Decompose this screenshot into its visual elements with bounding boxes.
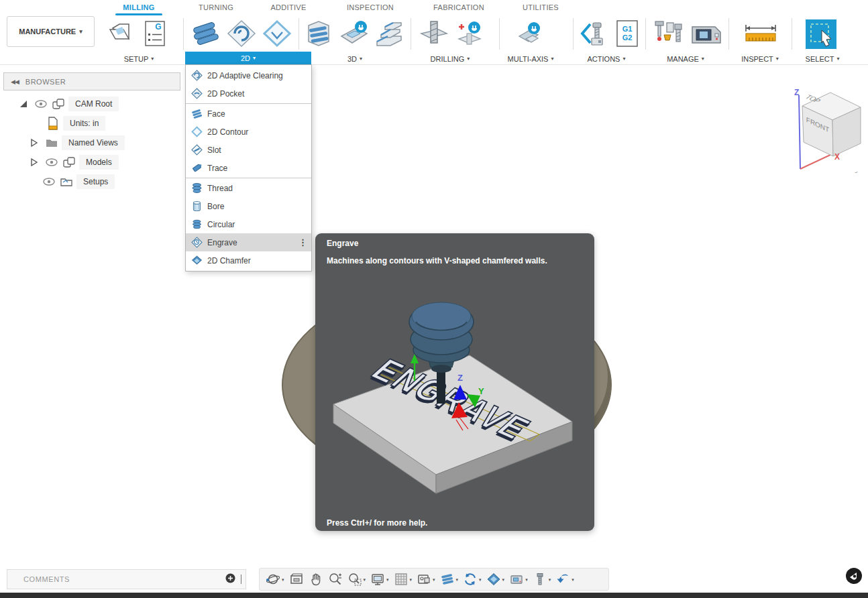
group-label-actions[interactable]: ACTIONS▾ — [570, 54, 643, 64]
comments-bar[interactable]: COMMENTS — [7, 569, 246, 589]
generate-gcode-button[interactable]: G — [141, 19, 168, 51]
group-label-multiaxis[interactable]: MULTI-AXIS▾ — [488, 54, 573, 64]
group-label-drilling[interactable]: DRILLING▾ — [413, 54, 488, 64]
pan-hand-icon — [309, 572, 323, 587]
expand-triangle-icon[interactable] — [16, 99, 31, 109]
machine-display-button[interactable]: ▾ — [507, 571, 530, 588]
2d-pocket-button[interactable] — [226, 19, 257, 51]
tab-fabrication[interactable]: FABRICATION — [423, 3, 495, 11]
menu-item-trace[interactable]: Trace — [186, 159, 311, 177]
add-comment-button[interactable] — [225, 573, 235, 586]
machine-library-button[interactable] — [688, 19, 723, 51]
text-cursor — [241, 575, 241, 584]
collapse-panel-icon[interactable]: ◀◀ — [11, 78, 19, 85]
post-process-button[interactable] — [578, 19, 609, 51]
stock-diamond-icon — [486, 572, 501, 587]
3d-pocket-icon — [303, 19, 334, 48]
navigation-toolbar: ▾ ▾ ▾ ▾ ▾ ▾ — [259, 568, 609, 591]
tool-display-button[interactable]: ▾ — [531, 571, 553, 588]
collapsed-triangle-icon[interactable] — [27, 138, 42, 147]
2d-contour-button[interactable] — [262, 19, 292, 51]
kebab-menu-icon[interactable]: ⋮ — [299, 237, 307, 247]
assistant-button[interactable] — [845, 567, 863, 587]
menu-item-engrave[interactable]: Engrave ⋮ — [186, 233, 311, 251]
tree-row-setups[interactable]: Setups — [42, 172, 115, 191]
look-at-button[interactable] — [287, 571, 306, 588]
svg-text:G2: G2 — [622, 34, 633, 42]
3d-flat-button[interactable] — [373, 19, 404, 51]
stock-display-button[interactable]: ▾ — [484, 571, 507, 588]
grid-layout-button[interactable]: ▾ — [392, 571, 415, 588]
menu-item-slot[interactable]: Slot — [186, 141, 311, 159]
chevron-down-icon: ▾ — [151, 56, 154, 62]
tool-library-button[interactable] — [652, 19, 684, 51]
toolpath-layers-button[interactable]: ▾ — [438, 571, 461, 588]
visibility-eye-icon[interactable] — [44, 158, 59, 166]
menu-item-face[interactable]: Face — [186, 105, 311, 123]
menu-item-2d-chamfer[interactable]: 2D Chamfer — [186, 251, 311, 270]
menu-item-thread[interactable]: Thread — [186, 179, 311, 197]
tree-label[interactable]: Models — [79, 155, 119, 170]
menu-item-bore[interactable]: Bore — [186, 197, 311, 215]
group-label-setup[interactable]: SETUP▾ — [101, 54, 177, 64]
visibility-eye-icon[interactable] — [42, 178, 56, 186]
g1g2-editor-button[interactable]: G1 G2 — [614, 19, 640, 51]
zoom-button[interactable] — [326, 571, 345, 588]
collapsed-triangle-icon[interactable] — [27, 158, 42, 167]
g1g2-icon: G1 G2 — [614, 19, 640, 48]
pan-button[interactable] — [307, 571, 325, 588]
tab-turning[interactable]: TURNING — [184, 3, 248, 11]
drill-multi-button[interactable] — [453, 19, 484, 51]
tree-label[interactable]: Named Views — [62, 135, 125, 150]
tree-label[interactable]: Units: in — [63, 116, 105, 131]
new-setup-button[interactable] — [106, 19, 135, 51]
chevron-down-icon: ▾ — [360, 56, 362, 62]
group-label-3d[interactable]: 3D▾ — [302, 54, 408, 64]
zoom-window-button[interactable]: ▾ — [345, 571, 368, 588]
tab-utilities[interactable]: UTILITIES — [511, 3, 570, 11]
viewcube[interactable]: TOP FRONT RIGHT Z X — [778, 72, 868, 176]
tab-inspection[interactable]: INSPECTION — [335, 3, 405, 11]
tab-milling[interactable]: MILLING — [107, 3, 170, 11]
measure-button[interactable] — [742, 21, 779, 50]
tree-row-named-views[interactable]: Named Views — [27, 133, 125, 152]
svg-text:G1: G1 — [622, 25, 633, 33]
tree-row-models[interactable]: Models — [27, 153, 119, 172]
group-label-2d-open[interactable]: 2D▾ — [185, 52, 311, 64]
units-document-icon — [46, 117, 60, 130]
group-label-manage[interactable]: MANAGE▾ — [645, 54, 726, 64]
select-button[interactable] — [804, 19, 838, 52]
viewports-button[interactable]: ▾ — [415, 571, 437, 588]
3d-pocket-clearing-button[interactable] — [303, 19, 334, 51]
tree-row-cam-root[interactable]: CAM Root — [16, 95, 119, 113]
2d-dropdown-menu: 2D Adaptive Clearing 2D Pocket Face 2D C… — [185, 64, 312, 272]
workspace-switcher-button[interactable]: MANUFACTURE ▾ — [7, 16, 95, 47]
menu-item-2d-pocket[interactable]: 2D Pocket — [186, 84, 311, 103]
group-label-select[interactable]: SELECT▾ — [792, 54, 853, 64]
tree-label[interactable]: CAM Root — [68, 97, 119, 111]
3d-steep-shallow-button[interactable] — [339, 19, 370, 51]
menu-item-circular[interactable]: Circular — [186, 215, 311, 233]
multiaxis-button[interactable] — [515, 19, 546, 51]
drill-icon — [419, 19, 449, 48]
folder-icon — [44, 137, 59, 148]
grid-icon — [394, 572, 409, 587]
browser-panel-header[interactable]: ◀◀ BROWSER — [3, 72, 180, 91]
measure-ruler-icon — [742, 21, 779, 47]
menu-item-2d-contour[interactable]: 2D Contour — [186, 123, 311, 141]
tree-label[interactable]: Setups — [76, 174, 115, 189]
drill-button[interactable] — [419, 19, 449, 51]
2d-adaptive-clearing-button[interactable] — [191, 19, 221, 51]
simulate-refresh-button[interactable]: ▾ — [461, 571, 484, 588]
tab-additive[interactable]: ADDITIVE — [257, 3, 320, 11]
menu-item-2d-adaptive-clearing[interactable]: 2D Adaptive Clearing — [186, 66, 311, 84]
menu-separator — [186, 178, 311, 178]
toolpath-trail-button[interactable]: ▾ — [553, 571, 576, 588]
cam-root-icon — [51, 98, 66, 110]
group-label-inspect[interactable]: INSPECT▾ — [728, 54, 792, 64]
visibility-eye-icon[interactable] — [34, 100, 48, 108]
tree-row-units[interactable]: Units: in — [46, 114, 105, 133]
orbit-button[interactable]: ▾ — [264, 571, 286, 588]
workspace-switcher-label: MANUFACTURE — [19, 27, 76, 36]
display-settings-button[interactable]: ▾ — [368, 571, 391, 588]
